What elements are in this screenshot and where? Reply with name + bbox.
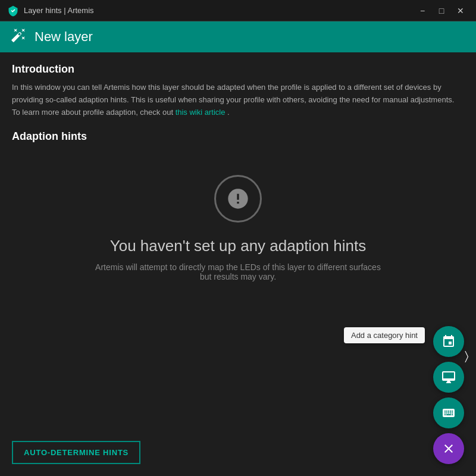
auto-determine-button[interactable]: AUTO-DETERMINE HINTS bbox=[12, 441, 140, 464]
display-icon bbox=[441, 370, 456, 384]
title-bar-controls: − □ ✕ bbox=[414, 2, 469, 19]
magic-wand-icon bbox=[11, 27, 26, 46]
title-bar-left: Layer hints | Artemis bbox=[7, 5, 94, 17]
exclamation-icon bbox=[226, 187, 250, 211]
keyboard-icon bbox=[441, 406, 456, 420]
display-hint-button[interactable] bbox=[433, 362, 464, 393]
introduction-text: In this window you can tell Artemis how … bbox=[12, 82, 464, 118]
window-title: Layer hints | Artemis bbox=[24, 6, 94, 15]
close-hints-button[interactable] bbox=[433, 433, 464, 464]
right-actions: Add a category hint 〉 bbox=[433, 326, 464, 464]
header-bar: New layer bbox=[0, 21, 476, 52]
empty-state-icon-circle bbox=[214, 175, 262, 223]
keyboard-hint-button[interactable] bbox=[433, 397, 464, 428]
cursor-icon: 〉 bbox=[465, 349, 469, 363]
wiki-article-link[interactable]: this wiki article bbox=[176, 108, 226, 117]
empty-state: You haven't set up any adaption hints Ar… bbox=[12, 157, 464, 305]
maximize-button[interactable]: □ bbox=[433, 2, 450, 19]
empty-state-subtitle: Artemis will attempt to directly map the… bbox=[89, 262, 387, 281]
page-title: New layer bbox=[35, 29, 93, 45]
main-content: Introduction In this window you can tell… bbox=[0, 52, 476, 476]
adaption-hints-heading: Adaption hints bbox=[12, 130, 464, 143]
adaption-hints-section: Adaption hints You haven't set up any ad… bbox=[12, 130, 464, 305]
title-bar: Layer hints | Artemis − □ ✕ bbox=[0, 0, 476, 21]
introduction-heading: Introduction bbox=[12, 63, 464, 76]
app-logo-icon bbox=[7, 5, 19, 17]
close-window-button[interactable]: ✕ bbox=[452, 2, 469, 19]
empty-state-title: You haven't set up any adaption hints bbox=[110, 237, 366, 255]
introduction-section: Introduction In this window you can tell… bbox=[12, 63, 464, 118]
close-icon bbox=[441, 441, 456, 456]
bottom-action-area: AUTO-DETERMINE HINTS Add a category hint… bbox=[12, 326, 464, 464]
category-add-icon bbox=[441, 334, 456, 349]
add-category-hint-button[interactable]: 〉 bbox=[433, 326, 464, 357]
add-category-tooltip: Add a category hint bbox=[344, 327, 425, 343]
minimize-button[interactable]: − bbox=[414, 2, 431, 19]
